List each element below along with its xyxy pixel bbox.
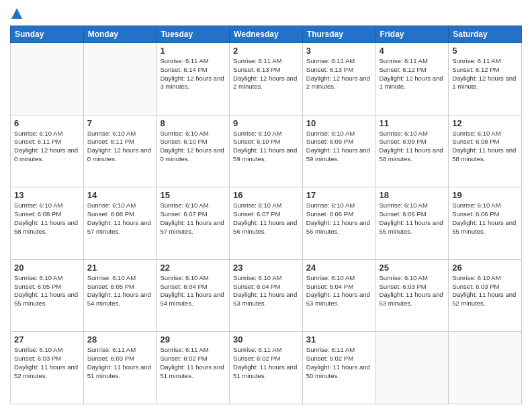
day-detail: Sunrise: 6:10 AM Sunset: 6:04 PM Dayligh… [233,274,299,308]
calendar-cell: 5Sunrise: 6:11 AM Sunset: 6:12 PM Daylig… [449,43,522,116]
day-detail: Sunrise: 6:11 AM Sunset: 6:02 PM Dayligh… [306,346,372,380]
calendar-cell: 3Sunrise: 6:11 AM Sunset: 6:13 PM Daylig… [302,43,375,116]
calendar-cell: 20Sunrise: 6:10 AM Sunset: 6:05 PM Dayli… [11,259,84,332]
weekday-header-monday: Monday [83,26,157,43]
day-detail: Sunrise: 6:10 AM Sunset: 6:06 PM Dayligh… [306,201,372,236]
weekday-header-row: SundayMondayTuesdayWednesdayThursdayFrid… [11,26,522,43]
day-number: 7 [87,118,153,128]
day-number: 11 [380,118,445,128]
day-number: 25 [380,263,445,273]
day-detail: Sunrise: 6:10 AM Sunset: 6:10 PM Dayligh… [160,130,226,164]
day-detail: Sunrise: 6:10 AM Sunset: 6:03 PM Dayligh… [380,274,445,308]
day-number: 10 [306,118,372,128]
calendar-cell: 11Sunrise: 6:10 AM Sunset: 6:09 PM Dayli… [375,115,449,187]
day-detail: Sunrise: 6:10 AM Sunset: 6:05 PM Dayligh… [14,274,80,308]
day-number: 30 [233,334,299,345]
calendar-cell: 16Sunrise: 6:10 AM Sunset: 6:07 PM Dayli… [230,187,303,260]
calendar-cell: 26Sunrise: 6:10 AM Sunset: 6:03 PM Dayli… [449,259,522,332]
weekday-header-wednesday: Wednesday [230,26,303,43]
day-number: 22 [160,263,226,273]
week-row-4: 20Sunrise: 6:10 AM Sunset: 6:05 PM Dayli… [11,259,522,332]
calendar-cell [11,43,84,116]
day-number: 24 [306,263,372,273]
calendar-cell: 19Sunrise: 6:10 AM Sunset: 6:06 PM Dayli… [449,187,522,260]
day-number: 23 [233,263,299,273]
day-detail: Sunrise: 6:10 AM Sunset: 6:11 PM Dayligh… [87,130,153,164]
day-number: 28 [87,334,153,345]
day-detail: Sunrise: 6:10 AM Sunset: 6:07 PM Dayligh… [160,201,226,236]
calendar-cell: 30Sunrise: 6:11 AM Sunset: 6:02 PM Dayli… [230,332,303,404]
svg-marker-0 [11,8,22,19]
day-number: 18 [380,190,445,200]
week-row-3: 13Sunrise: 6:10 AM Sunset: 6:08 PM Dayli… [11,187,522,260]
day-detail: Sunrise: 6:11 AM Sunset: 6:02 PM Dayligh… [160,346,226,380]
day-detail: Sunrise: 6:10 AM Sunset: 6:11 PM Dayligh… [14,130,80,164]
calendar-cell [375,332,449,404]
day-number: 20 [14,263,80,273]
calendar-cell: 25Sunrise: 6:10 AM Sunset: 6:03 PM Dayli… [375,259,449,332]
calendar-cell: 4Sunrise: 6:11 AM Sunset: 6:12 PM Daylig… [375,43,449,116]
calendar-cell [83,43,157,116]
day-detail: Sunrise: 6:10 AM Sunset: 6:03 PM Dayligh… [14,346,80,380]
weekday-header-sunday: Sunday [11,26,84,43]
day-number: 29 [160,334,226,345]
day-number: 19 [452,190,518,200]
day-number: 15 [160,190,226,200]
calendar-cell: 27Sunrise: 6:10 AM Sunset: 6:03 PM Dayli… [11,332,84,404]
calendar-cell: 14Sunrise: 6:10 AM Sunset: 6:08 PM Dayli… [83,187,157,260]
day-detail: Sunrise: 6:10 AM Sunset: 6:09 PM Dayligh… [380,130,445,164]
day-detail: Sunrise: 6:10 AM Sunset: 6:03 PM Dayligh… [452,274,518,308]
day-detail: Sunrise: 6:11 AM Sunset: 6:14 PM Dayligh… [160,57,226,91]
calendar-cell: 23Sunrise: 6:10 AM Sunset: 6:04 PM Dayli… [230,259,303,332]
day-number: 12 [452,118,518,128]
week-row-5: 27Sunrise: 6:10 AM Sunset: 6:03 PM Dayli… [11,332,522,404]
calendar-cell: 31Sunrise: 6:11 AM Sunset: 6:02 PM Dayli… [302,332,375,404]
weekday-header-saturday: Saturday [449,26,522,43]
day-number: 31 [306,334,372,345]
calendar-cell: 17Sunrise: 6:10 AM Sunset: 6:06 PM Dayli… [302,187,375,260]
day-number: 3 [306,46,372,56]
weekday-header-thursday: Thursday [302,26,375,43]
calendar-cell: 10Sunrise: 6:10 AM Sunset: 6:09 PM Dayli… [302,115,375,187]
day-number: 9 [233,118,299,128]
calendar-cell: 15Sunrise: 6:10 AM Sunset: 6:07 PM Dayli… [157,187,230,260]
calendar-cell: 7Sunrise: 6:10 AM Sunset: 6:11 PM Daylig… [83,115,157,187]
page: SundayMondayTuesdayWednesdayThursdayFrid… [0,0,532,411]
day-number: 16 [233,190,299,200]
calendar-cell: 12Sunrise: 6:10 AM Sunset: 6:08 PM Dayli… [449,115,522,187]
calendar-cell: 9Sunrise: 6:10 AM Sunset: 6:10 PM Daylig… [230,115,303,187]
calendar-cell: 28Sunrise: 6:11 AM Sunset: 6:03 PM Dayli… [83,332,157,404]
day-detail: Sunrise: 6:11 AM Sunset: 6:12 PM Dayligh… [452,57,518,91]
day-detail: Sunrise: 6:11 AM Sunset: 6:13 PM Dayligh… [306,57,372,91]
day-detail: Sunrise: 6:10 AM Sunset: 6:04 PM Dayligh… [306,274,372,308]
day-number: 5 [452,46,518,56]
day-number: 6 [14,118,80,128]
day-number: 27 [14,334,80,345]
calendar-cell: 29Sunrise: 6:11 AM Sunset: 6:02 PM Dayli… [157,332,230,404]
day-detail: Sunrise: 6:10 AM Sunset: 6:06 PM Dayligh… [452,201,518,236]
day-detail: Sunrise: 6:11 AM Sunset: 6:12 PM Dayligh… [380,57,445,91]
day-detail: Sunrise: 6:10 AM Sunset: 6:05 PM Dayligh… [87,274,153,308]
weekday-header-tuesday: Tuesday [157,26,230,43]
day-detail: Sunrise: 6:10 AM Sunset: 6:10 PM Dayligh… [233,130,299,164]
day-number: 2 [233,46,299,56]
day-detail: Sunrise: 6:11 AM Sunset: 6:02 PM Dayligh… [233,346,299,380]
day-number: 1 [160,46,226,56]
calendar-cell: 6Sunrise: 6:10 AM Sunset: 6:11 PM Daylig… [11,115,84,187]
day-number: 14 [87,190,153,200]
calendar-cell [449,332,522,404]
day-number: 21 [87,263,153,273]
day-detail: Sunrise: 6:10 AM Sunset: 6:08 PM Dayligh… [452,130,518,164]
calendar-cell: 2Sunrise: 6:11 AM Sunset: 6:13 PM Daylig… [230,43,303,116]
calendar-cell: 21Sunrise: 6:10 AM Sunset: 6:05 PM Dayli… [83,259,157,332]
day-number: 17 [306,190,372,200]
calendar-table: SundayMondayTuesdayWednesdayThursdayFrid… [10,26,522,404]
logo [10,7,24,20]
day-detail: Sunrise: 6:10 AM Sunset: 6:08 PM Dayligh… [87,201,153,236]
calendar-cell: 8Sunrise: 6:10 AM Sunset: 6:10 PM Daylig… [157,115,230,187]
day-detail: Sunrise: 6:10 AM Sunset: 6:09 PM Dayligh… [306,130,372,164]
week-row-2: 6Sunrise: 6:10 AM Sunset: 6:11 PM Daylig… [11,115,522,187]
day-number: 8 [160,118,226,128]
day-detail: Sunrise: 6:11 AM Sunset: 6:13 PM Dayligh… [233,57,299,91]
day-number: 26 [452,263,518,273]
